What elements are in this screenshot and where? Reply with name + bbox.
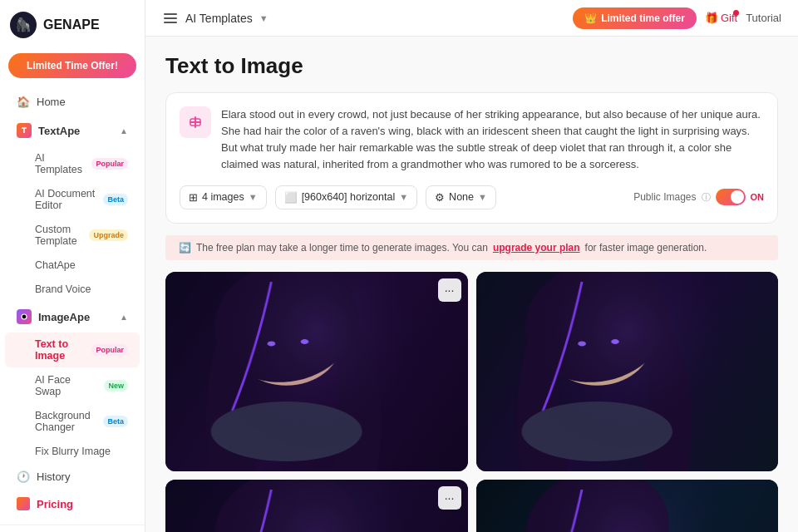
tutorial-button[interactable]: Tutorial xyxy=(746,12,781,24)
resolution-icon: ⬜ xyxy=(284,191,298,204)
image-card-4: ··· xyxy=(476,480,779,532)
resolution-select[interactable]: ⬜ [798x532] horizontal ▼ xyxy=(275,185,417,209)
model-label: None xyxy=(449,191,474,203)
grid-icon: ⊞ xyxy=(189,191,198,204)
image-canvas-3 xyxy=(165,480,468,532)
images-count-label: 4 images xyxy=(202,191,244,203)
ai-doc-label: AI Document Editor xyxy=(35,188,95,211)
background-changer-label: Background Changer xyxy=(35,410,95,433)
background-changer-badge: Beta xyxy=(103,416,128,427)
image-card-2: ··· xyxy=(476,272,779,471)
sidebar-section-textape[interactable]: TextApe ▲ xyxy=(5,116,140,145)
imageape-label: ImageApe xyxy=(38,311,90,323)
topbar-left: AI Templates ▼ xyxy=(162,12,268,25)
home-icon: 🏠 xyxy=(17,96,30,108)
main-content: AI Templates ▼ 👑 Limited time offer 🎁 Gi… xyxy=(145,0,798,532)
text-to-image-label: Text to Image xyxy=(35,338,83,362)
ai-face-swap-label: AI Face Swap xyxy=(35,374,96,397)
public-images-toggle-area: Public Images ⓘ ON xyxy=(633,189,764,205)
history-icon: 🕐 xyxy=(17,470,30,483)
model-select[interactable]: ⚙ None ▼ xyxy=(426,185,496,209)
sidebar-item-ai-face-swap[interactable]: AI Face Swap New xyxy=(5,368,140,403)
pricing-icon xyxy=(17,497,30,510)
image-more-button-1[interactable]: ··· xyxy=(438,278,461,302)
sidebar-item-ai-doc-editor[interactable]: AI Document Editor Beta xyxy=(5,182,140,217)
info-icon: ⓘ xyxy=(702,191,711,204)
image-canvas-1 xyxy=(165,272,468,471)
svg-point-4 xyxy=(22,314,27,319)
prompt-controls: ⊞ 4 images ▼ ⬜ [798x532] horizontal ▼ ⚙ … xyxy=(180,185,764,209)
sidebar-section-imageape[interactable]: ImageApe ▲ xyxy=(5,303,140,331)
image-card-1: ··· xyxy=(165,272,468,471)
ai-templates-label: AI Templates xyxy=(35,152,83,175)
sidebar-item-pricing[interactable]: Pricing xyxy=(5,490,140,517)
sidebar-nav: 🏠 Home TextApe ▲ AI Templates Popular AI… xyxy=(0,88,145,525)
textape-label: TextApe xyxy=(38,125,80,137)
logo-area: 🦍 GENAPE xyxy=(0,0,145,50)
sidebar-cta-button[interactable]: Limited Time Offer! xyxy=(8,53,136,78)
logo-icon: 🦍 xyxy=(10,12,37,38)
chevron-up-icon2: ▲ xyxy=(120,313,128,322)
svg-text:🦍: 🦍 xyxy=(15,17,32,32)
imageape-icon xyxy=(17,309,32,324)
custom-template-badge: Upgrade xyxy=(89,229,128,241)
model-icon: ⚙ xyxy=(435,191,445,204)
sidebar-item-chatape[interactable]: ChatApe xyxy=(5,254,140,277)
upgrade-plan-link[interactable]: upgrade your plan xyxy=(493,242,580,254)
fix-blurry-label: Fix Blurry Image xyxy=(35,446,111,457)
resolution-label: [798x532] horizontal xyxy=(302,191,396,203)
chatape-label: ChatApe xyxy=(35,259,76,271)
gift-icon: 🎁 xyxy=(705,12,718,24)
public-images-toggle[interactable] xyxy=(716,189,746,205)
sidebar-item-home[interactable]: 🏠 Home xyxy=(5,89,140,115)
sidebar-item-custom-template[interactable]: Custom Template Upgrade xyxy=(5,218,140,253)
chevron-up-icon: ▲ xyxy=(120,126,128,135)
brand-voice-label: Brand Voice xyxy=(35,283,91,295)
sidebar-item-ai-templates[interactable]: AI Templates Popular xyxy=(5,146,140,181)
topbar-title: AI Templates xyxy=(185,12,253,25)
hamburger-icon[interactable] xyxy=(162,12,179,25)
history-label: History xyxy=(37,470,70,483)
notice-text2: for faster image generation. xyxy=(585,242,707,254)
sidebar-item-background-changer[interactable]: Background Changer Beta xyxy=(5,404,140,439)
custom-template-label: Custom Template xyxy=(35,224,81,247)
prompt-text: Elara stood out in every crowd, not just… xyxy=(221,106,764,174)
image-grid: ··· ··· ··· ··· xyxy=(165,272,778,532)
image-card-3: ··· xyxy=(165,480,468,532)
sidebar-item-history[interactable]: 🕐 History xyxy=(5,464,140,490)
sidebar-item-text-to-image[interactable]: Text to Image Popular xyxy=(5,332,140,367)
prompt-icon xyxy=(180,106,211,138)
ai-templates-badge: Popular xyxy=(91,158,128,170)
chevron-down-icon2: ▼ xyxy=(249,192,258,202)
topbar-right: 👑 Limited time offer 🎁 Gift Tutorial xyxy=(573,7,781,29)
sidebar: 🦍 GENAPE Limited Time Offer! 🏠 Home Text… xyxy=(0,0,145,532)
home-label: Home xyxy=(37,96,66,108)
prompt-box: Elara stood out in every crowd, not just… xyxy=(165,92,778,224)
notice-bar: 🔄 The free plan may take a longer time t… xyxy=(165,235,778,260)
crown-icon: 👑 xyxy=(584,12,597,24)
sidebar-footer: PLAN:FREE TRIAL - Upgrade Now Tokens Lef… xyxy=(0,525,145,532)
limited-time-button[interactable]: 👑 Limited time offer xyxy=(573,7,697,29)
sidebar-item-fix-blurry[interactable]: Fix Blurry Image xyxy=(5,440,140,463)
sidebar-item-brand-voice[interactable]: Brand Voice xyxy=(5,278,140,301)
ai-face-swap-badge: New xyxy=(104,380,128,392)
image-canvas-4 xyxy=(476,480,779,532)
image-more-button-3[interactable]: ··· xyxy=(438,486,461,510)
clock-icon: 🔄 xyxy=(179,242,191,254)
chevron-down-icon3: ▼ xyxy=(399,192,408,202)
toggle-state-label: ON xyxy=(751,192,765,202)
chevron-down-icon4: ▼ xyxy=(478,192,487,202)
page-title: Text to Image xyxy=(165,53,778,79)
images-count-select[interactable]: ⊞ 4 images ▼ xyxy=(180,185,267,209)
app-name: GENAPE xyxy=(43,17,100,32)
ai-doc-badge: Beta xyxy=(103,194,128,205)
public-images-label: Public Images xyxy=(633,191,696,203)
chevron-down-icon[interactable]: ▼ xyxy=(259,13,268,23)
tutorial-label: Tutorial xyxy=(746,12,781,24)
text-to-image-badge: Popular xyxy=(91,344,128,356)
pricing-label: Pricing xyxy=(37,498,73,510)
gift-notification-dot xyxy=(733,10,739,16)
gift-button[interactable]: 🎁 Gift xyxy=(705,12,737,24)
limited-time-label: Limited time offer xyxy=(601,12,685,24)
textape-icon xyxy=(17,123,32,138)
